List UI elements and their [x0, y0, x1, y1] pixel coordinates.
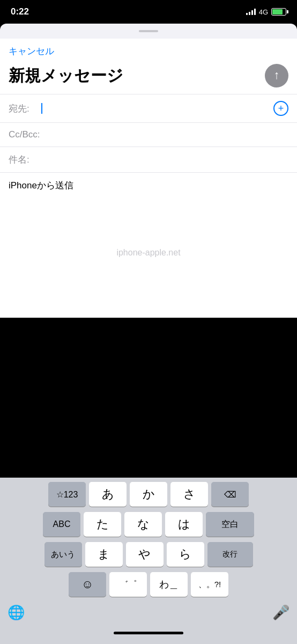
compose-header: 新規メッセージ ↑ [0, 62, 297, 94]
microphone-key[interactable]: 🎤 [272, 604, 289, 621]
cc-bcc-input[interactable] [41, 129, 288, 140]
signal-bars-icon [246, 9, 256, 15]
key-ma[interactable]: ま [85, 542, 123, 567]
key-aiueo[interactable]: あいう [44, 542, 82, 567]
status-bar: 0:22 4G [0, 0, 297, 24]
key-wa[interactable]: わ＿ [150, 572, 188, 597]
home-indicator [2, 624, 295, 642]
cc-bcc-field-row[interactable]: Cc/Bcc: [0, 123, 297, 147]
key-ka[interactable]: か [130, 482, 167, 507]
compose-area: キャンセル 新規メッセージ ↑ 宛先: + Cc/Bcc: 件名: iPhone… [0, 39, 297, 318]
delete-key[interactable]: ⌫ [211, 482, 249, 507]
signature-text: iPhoneから送信 [9, 179, 288, 192]
subject-label: 件名: [9, 153, 41, 166]
keyboard-row-2: ABC た な は 空白 [2, 512, 295, 537]
key-punct[interactable]: 、。?! [191, 572, 228, 597]
key-toggle-123[interactable]: ☆123 [48, 482, 86, 507]
subject-field-row[interactable]: 件名: [0, 147, 297, 173]
key-na[interactable]: な [124, 512, 162, 537]
keyboard-bottom: 🌐 🎤 [2, 597, 295, 624]
send-button[interactable]: ↑ [265, 64, 288, 87]
cancel-bar: キャンセル [0, 39, 297, 62]
cancel-button[interactable]: キャンセル [9, 43, 54, 60]
enter-key[interactable]: 改行 [207, 542, 253, 567]
sheet-handle-area [0, 24, 297, 39]
sheet-handle [139, 30, 158, 32]
status-icons: 4G [246, 8, 286, 16]
plus-icon: + [278, 104, 284, 113]
key-ra[interactable]: ら [167, 542, 204, 567]
keyboard-row-1: ☆123 あ か さ ⌫ [2, 482, 295, 507]
home-bar [114, 632, 183, 634]
keyboard: ☆123 あ か さ ⌫ ABC た な は 空白 あいう ま や ら 改行 ☺… [0, 478, 297, 644]
battery-icon [271, 8, 286, 16]
key-ha[interactable]: は [165, 512, 203, 537]
key-sa[interactable]: さ [170, 482, 208, 507]
key-a[interactable]: あ [89, 482, 127, 507]
key-ta[interactable]: た [84, 512, 121, 537]
compose-title: 新規メッセージ [9, 65, 123, 87]
emoji-key[interactable]: ☺ [69, 572, 106, 597]
body-area[interactable]: iPhoneから送信 [0, 173, 297, 237]
key-dakuten[interactable]: ゛゜ [109, 572, 147, 597]
signal-text: 4G [259, 8, 268, 16]
add-contact-button[interactable]: + [273, 101, 288, 116]
keyboard-rows: ☆123 あ か さ ⌫ ABC た な は 空白 あいう ま や ら 改行 ☺… [2, 482, 295, 597]
status-time: 0:22 [11, 6, 29, 17]
watermark: iphone-apple.net [0, 237, 297, 268]
globe-key[interactable]: 🌐 [8, 604, 25, 621]
to-field-row[interactable]: 宛先: + [0, 94, 297, 123]
key-ya[interactable]: や [126, 542, 164, 567]
keyboard-row-4: ☺ ゛゜ わ＿ 、。?! [2, 572, 295, 597]
cc-bcc-label: Cc/Bcc: [9, 129, 41, 140]
to-label: 宛先: [9, 103, 41, 115]
cursor [41, 103, 42, 114]
key-abc[interactable]: ABC [43, 512, 80, 537]
keyboard-row-3: あいう ま や ら 改行 [2, 542, 295, 567]
space-key[interactable]: 空白 [206, 512, 254, 537]
subject-input[interactable] [41, 155, 288, 165]
send-arrow-icon: ↑ [274, 69, 280, 81]
